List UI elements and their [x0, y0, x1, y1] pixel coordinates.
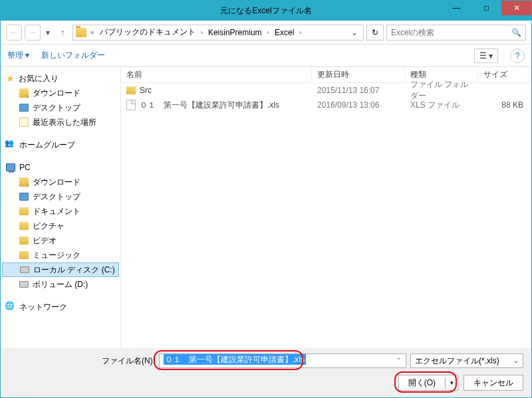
folder-icon	[19, 237, 29, 245]
tree-label: デスクトップ	[33, 102, 80, 114]
folder-icon	[19, 251, 29, 259]
file-type: ファイル フォルダー	[405, 79, 478, 102]
open-button-dropdown[interactable]: ▾	[446, 379, 458, 386]
history-dropdown[interactable]: ▾	[43, 28, 53, 37]
new-folder-button[interactable]: 新しいフォルダー	[41, 50, 105, 61]
address-dropdown[interactable]: ⌄	[348, 28, 360, 37]
tree-item-desktop[interactable]: デスクトップ	[2, 189, 119, 204]
filename-input[interactable]: ０１ 第一号【建設業許可申請書】.xls ⌄	[159, 353, 406, 368]
folder-icon	[19, 207, 29, 215]
column-header-size[interactable]: サイズ	[478, 67, 531, 82]
tree-label: ミュージック	[33, 250, 80, 261]
drive-icon	[20, 266, 29, 273]
recent-icon	[19, 118, 29, 127]
open-button-label: 開く(O)	[399, 377, 446, 389]
tree-label: ローカル ディスク (C:)	[33, 264, 115, 276]
search-input[interactable]	[391, 28, 511, 37]
breadcrumb-item[interactable]: パブリックのドキュメント	[98, 27, 197, 38]
folder-icon	[76, 28, 86, 37]
file-row[interactable]: Src 2015/11/13 16:07 ファイル フォルダー	[121, 83, 531, 98]
pc-root[interactable]: PC	[2, 160, 119, 175]
folder-icon	[19, 222, 29, 230]
file-date: 2015/11/13 16:07	[312, 86, 405, 95]
file-type-filter[interactable]: エクセルファイル(*.xls) ⌄	[410, 353, 523, 368]
window-controls: — □ ✕	[442, 1, 531, 15]
organize-menu[interactable]: 整理 ▾	[7, 50, 29, 61]
tree-label: 最近表示した場所	[33, 117, 96, 128]
tree-label: PC	[19, 163, 31, 172]
tree-item-volume-d[interactable]: ボリューム (D:)	[2, 277, 119, 292]
tree-item-videos[interactable]: ビデオ	[2, 233, 119, 248]
tree-item-local-disk-c[interactable]: ローカル ディスク (C:)	[2, 262, 119, 277]
tree-item-downloads[interactable]: ダウンロード	[2, 86, 119, 100]
open-button[interactable]: 開く(O) ▾	[398, 375, 458, 391]
homegroup-root[interactable]: ホームグループ	[2, 138, 119, 152]
file-name: ０１ 第一号【建設業許可申請書】.xls	[140, 100, 279, 111]
search-box[interactable]: 🔍	[386, 25, 526, 41]
column-header-date[interactable]: 更新日時	[312, 67, 405, 82]
file-size: 88 KB	[478, 100, 531, 110]
drive-icon	[19, 281, 29, 288]
breadcrumb-item[interactable]: Excel	[273, 28, 295, 37]
breadcrumb-item[interactable]: KeisinPremium	[207, 28, 263, 37]
tree-label: お気に入り	[19, 73, 59, 84]
file-name: Src	[140, 86, 152, 95]
minimize-button[interactable]: —	[442, 1, 471, 15]
chevron-down-icon: ⌄	[513, 357, 519, 364]
pc-icon	[6, 163, 15, 171]
breadcrumb-prefix: «	[89, 29, 96, 36]
file-date: 2016/09/13 13:06	[312, 100, 405, 110]
forward-button[interactable]: →	[25, 25, 41, 41]
tree-item-pictures[interactable]: ピクチャ	[2, 219, 119, 233]
back-button[interactable]: ←	[6, 25, 22, 41]
downloads-icon	[19, 177, 29, 187]
maximize-button[interactable]: □	[471, 1, 501, 15]
toolbar: 整理 ▾ 新しいフォルダー ☰ ▾ ?	[1, 45, 531, 67]
tree-label: ドキュメント	[33, 206, 80, 217]
tree-item-recent[interactable]: 最近表示した場所	[2, 115, 119, 130]
desktop-icon	[19, 104, 29, 112]
refresh-button[interactable]: ↻	[366, 25, 384, 41]
cancel-button-label: キャンセル	[473, 377, 513, 389]
help-button[interactable]: ?	[510, 49, 525, 63]
favorites-root[interactable]: ★お気に入り	[2, 71, 119, 86]
tree-item-music[interactable]: ミュージック	[2, 248, 119, 262]
homegroup-icon	[6, 140, 15, 149]
desktop-icon	[19, 193, 29, 201]
titlebar: 元になるExcelファイル名 — □ ✕	[1, 1, 531, 21]
navigation-bar: ← → ▾ ↑ « パブリックのドキュメント › KeisinPremium ›…	[1, 21, 531, 45]
filename-dropdown[interactable]: ⌄	[396, 354, 402, 361]
tree-label: ピクチャ	[33, 221, 65, 232]
xls-file-icon	[126, 100, 136, 110]
network-root[interactable]: ネットワーク	[2, 300, 119, 314]
star-icon: ★	[6, 73, 15, 84]
file-row[interactable]: ０１ 第一号【建設業許可申請書】.xls 2016/09/13 13:06 XL…	[121, 98, 531, 112]
chevron-right-icon: ›	[200, 29, 204, 36]
search-icon: 🔍	[511, 28, 521, 37]
tree-label: ビデオ	[33, 235, 57, 247]
chevron-right-icon: ›	[298, 29, 303, 36]
chevron-right-icon: ›	[266, 29, 271, 36]
tree-label: ホームグループ	[19, 140, 75, 151]
cancel-button[interactable]: キャンセル	[464, 375, 523, 391]
downloads-icon	[19, 88, 29, 98]
folder-icon	[126, 86, 136, 94]
column-header-name[interactable]: 名前	[121, 67, 312, 82]
file-type: XLS ファイル	[405, 100, 478, 111]
tree-item-documents[interactable]: ドキュメント	[2, 204, 119, 219]
bottom-panel: ファイル名(N): ０１ 第一号【建設業許可申請書】.xls ⌄ エクセルファイ…	[1, 348, 531, 397]
file-list: 名前 更新日時 種類 サイズ Src 2015/11/13 16:07 ファイル…	[120, 67, 531, 359]
up-button[interactable]: ↑	[55, 25, 70, 40]
tree-item-desktop[interactable]: デスクトップ	[2, 100, 119, 115]
tree-label: ダウンロード	[33, 177, 80, 188]
address-bar[interactable]: « パブリックのドキュメント › KeisinPremium › Excel ›…	[72, 25, 364, 41]
view-options-button[interactable]: ☰ ▾	[474, 49, 498, 63]
filename-label: ファイル名(N):	[102, 355, 155, 367]
tree-label: ダウンロード	[33, 88, 80, 99]
tree-item-downloads[interactable]: ダウンロード	[2, 175, 119, 189]
close-button[interactable]: ✕	[501, 1, 531, 15]
navigation-tree: ★お気に入り ダウンロード デスクトップ 最近表示した場所 ホームグループ PC…	[1, 67, 120, 359]
tree-label: デスクトップ	[33, 191, 80, 203]
file-type-label: エクセルファイル(*.xls)	[415, 355, 499, 367]
network-icon	[6, 302, 15, 312]
